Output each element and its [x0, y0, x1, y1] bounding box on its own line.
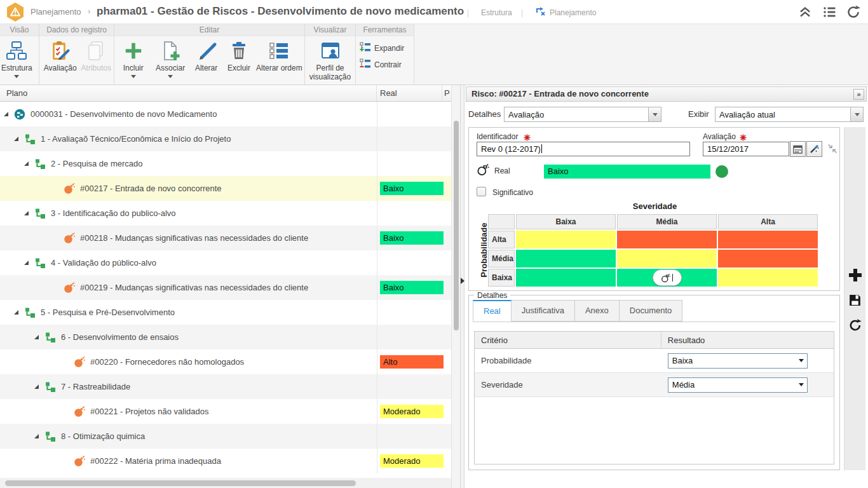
ribbon-group-label: Editar [114, 24, 304, 36]
tree-row-activity[interactable]: 8 - Otimização quimica [0, 424, 451, 449]
risk-bomb-icon [64, 183, 75, 194]
significativo-checkbox[interactable] [477, 187, 486, 196]
tab-real[interactable]: Real [473, 300, 512, 322]
probabilidade-select-value: Baixa [668, 356, 796, 365]
risk-bomb-icon [64, 233, 75, 244]
calendar-button[interactable] [790, 141, 806, 157]
tree-expander-icon[interactable] [34, 335, 39, 339]
activity-icon [34, 257, 46, 269]
column-header-plano[interactable]: Plano [0, 85, 377, 101]
tree-row-label: 7 - Rastreabilidade [61, 382, 130, 391]
matrix-col-header: Baixa [516, 214, 616, 229]
application-window: Planejamento › pharma01 - Gestão de Risc… [0, 0, 868, 488]
alterar-button[interactable]: Alterar [190, 38, 222, 72]
tree-row-project[interactable]: 0000031 - Desenvolvimento de novo Medica… [0, 102, 451, 126]
matrix-cell[interactable] [516, 250, 616, 268]
vertical-scrollbar[interactable] [451, 85, 460, 488]
tree-row-activity[interactable]: 4 - Validação do público-alvo [0, 250, 451, 275]
tree-row-label: #00218 - Mudanças significativas nas nec… [80, 233, 308, 243]
avaliacao-button[interactable]: Avaliação [41, 38, 79, 72]
expandir-button[interactable]: Expandir [360, 41, 404, 55]
column-header-real[interactable]: Real [377, 85, 442, 101]
exibir-select[interactable]: Avaliação atual [715, 107, 864, 122]
tree-row-activity[interactable]: 7 - Rastreabilidade [0, 374, 451, 399]
tree-row-activity[interactable]: 3 - Identificacação do publico-alvo [0, 201, 451, 226]
criteria-row-severidade: Severidade Média [475, 373, 834, 397]
matrix-cell[interactable] [516, 231, 616, 248]
tab-documento[interactable]: Documento [620, 300, 682, 322]
tree-expander-icon[interactable] [14, 137, 18, 141]
real-badge: Alto [380, 355, 444, 369]
dropdown-caret-icon [14, 75, 19, 78]
breadcrumb[interactable]: Planejamento [31, 7, 81, 17]
context-divider: | [467, 8, 469, 17]
risk-bomb-outline-icon [661, 273, 670, 283]
compress-icon[interactable] [827, 144, 837, 156]
estrutura-button[interactable]: Estrutura [1, 38, 32, 78]
horizontal-scrollbar[interactable] [0, 478, 451, 488]
tree-expander-icon[interactable] [24, 261, 29, 265]
tree-expander-icon[interactable] [24, 211, 29, 215]
tree-row-activity[interactable]: 1 - Avaliaçaõ Técnico/Econômica e Início… [0, 126, 451, 151]
tab-anexo[interactable]: Anexo [575, 300, 620, 322]
expand-panel-button[interactable]: » [853, 89, 864, 100]
tree-row-risk[interactable]: #00219 - Mudanças significativas nas nec… [0, 275, 451, 300]
matrix-cell[interactable] [718, 250, 818, 268]
matrix-cell[interactable] [718, 231, 818, 248]
alterar-ordem-button[interactable]: Alterar ordem [255, 38, 303, 72]
probabilidade-select[interactable]: Baixa [668, 353, 808, 369]
tree-expander-icon[interactable] [34, 434, 39, 438]
matrix-cell[interactable] [617, 231, 717, 248]
avaliacao-date-input[interactable]: 15/12/2017 [703, 142, 789, 156]
chevron-down-icon[interactable] [850, 107, 863, 121]
matrix-col-header: Alta [718, 214, 818, 229]
save-button[interactable] [848, 294, 862, 308]
tree-row-activity[interactable]: 2 - Pesquisa de mercado [0, 151, 451, 176]
panel-splitter[interactable] [460, 85, 465, 488]
associar-button[interactable]: Associar [151, 38, 189, 78]
column-header-next[interactable]: P [442, 85, 451, 101]
matrix-cell[interactable] [617, 269, 717, 287]
button-label: Estrutura [1, 64, 32, 72]
detail-tabs: Real Justificativa Anexo Documento [473, 301, 836, 322]
matrix-cell[interactable] [617, 250, 717, 268]
brush-icon [810, 144, 819, 154]
matrix-cell[interactable] [718, 269, 818, 287]
tab-justificativa[interactable]: Justificativa [512, 300, 575, 322]
avaliacao-label: Avaliação [703, 132, 736, 141]
context-planning[interactable]: Planejamento [550, 8, 596, 17]
collapse-all-icon[interactable] [798, 5, 812, 19]
perfil-visualizacao-button[interactable]: Perfil de visualização [306, 38, 354, 81]
tree-row-risk[interactable]: #00220 - Fornecedores não homologados Al… [0, 349, 451, 374]
risk-position-marker[interactable] [653, 269, 682, 286]
scrollbar-thumb[interactable] [5, 480, 356, 486]
identificador-value: Rev 0 (12-2017) [481, 144, 541, 154]
chevron-down-icon[interactable] [648, 107, 661, 121]
scrollbar-thumb[interactable] [454, 121, 459, 330]
tree-row-risk[interactable]: #00222 - Matéria prima inadequada Modera… [0, 449, 451, 473]
tree-expander-icon[interactable] [14, 310, 18, 315]
reload-button[interactable] [848, 318, 862, 332]
context-structure[interactable]: Estrutura [481, 8, 512, 17]
tree-expander-icon[interactable] [34, 384, 39, 389]
matrix-cell[interactable] [516, 269, 616, 287]
detalhes-select[interactable]: Avaliação [504, 107, 661, 122]
tree-row-activity[interactable]: 5 - Pesquisa e Pré-Desenvolvimento [0, 300, 451, 325]
identificador-input[interactable]: Rev 0 (12-2017) [477, 142, 690, 156]
excluir-button[interactable]: Excluir [222, 38, 255, 72]
incluir-button[interactable]: Incluir [116, 38, 151, 78]
severidade-select[interactable]: Média [668, 377, 808, 393]
tree-row-risk[interactable]: #00221 - Projetos não validados Moderado [0, 399, 451, 424]
menu-list-icon[interactable] [822, 5, 836, 19]
refresh-icon[interactable] [846, 5, 860, 19]
add-evaluation-button[interactable] [848, 268, 862, 282]
criterio-label: Probabilidade [475, 356, 661, 365]
clear-date-button[interactable] [806, 141, 822, 157]
tree-row-risk[interactable]: #00218 - Mudanças significativas nas nec… [0, 226, 451, 250]
tree-row-risk-selected[interactable]: #00217 - Entrada de novo concorrente Bai… [0, 176, 451, 201]
tree-expander-icon[interactable] [4, 112, 8, 116]
activity-icon [44, 332, 56, 343]
tree-row-activity[interactable]: 6 - Desenvolvimento de ensaios [0, 325, 451, 349]
contrair-button[interactable]: Contrair [360, 58, 402, 72]
tree-expander-icon[interactable] [24, 161, 29, 166]
